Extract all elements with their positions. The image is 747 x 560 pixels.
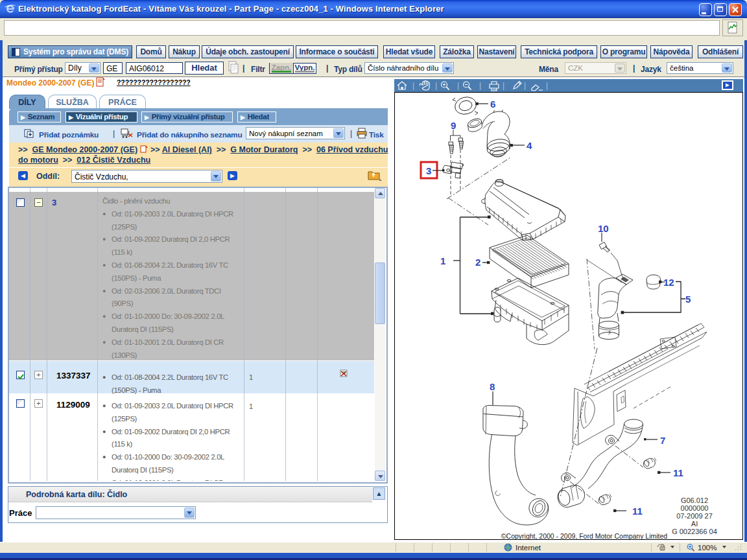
svg-text:6: 6 [490, 99, 495, 110]
svg-text:|: | [546, 81, 548, 90]
svg-text:©Copyright, 2000 - 2009, Ford: ©Copyright, 2000 - 2009, Ford Motor Comp… [501, 532, 668, 539]
svg-text:4: 4 [527, 140, 532, 151]
svg-text:|: | [435, 81, 437, 90]
svg-text:11: 11 [632, 506, 643, 517]
svg-text:3: 3 [426, 165, 431, 176]
svg-text:1: 1 [440, 255, 445, 266]
svg-text:|: | [457, 81, 459, 90]
svg-text:0000000: 0000000 [681, 504, 709, 512]
svg-text:8: 8 [490, 381, 495, 392]
svg-text:9: 9 [451, 120, 456, 131]
svg-text:AI: AI [691, 520, 698, 528]
svg-text:|: | [479, 81, 481, 90]
svg-text:|: | [503, 81, 504, 90]
svg-text:10: 10 [598, 223, 609, 234]
svg-text:|: | [412, 81, 414, 90]
svg-text:2: 2 [475, 257, 480, 268]
svg-text:5: 5 [685, 294, 691, 305]
svg-text:12: 12 [663, 277, 674, 288]
svg-text:7: 7 [660, 435, 665, 446]
svg-text:11: 11 [673, 467, 683, 478]
svg-text:G 0022366 04: G 0022366 04 [672, 528, 717, 535]
svg-text:G06.012: G06.012 [681, 496, 708, 504]
svg-text:|: | [524, 81, 526, 90]
svg-text:07-2009 27: 07-2009 27 [676, 512, 713, 520]
